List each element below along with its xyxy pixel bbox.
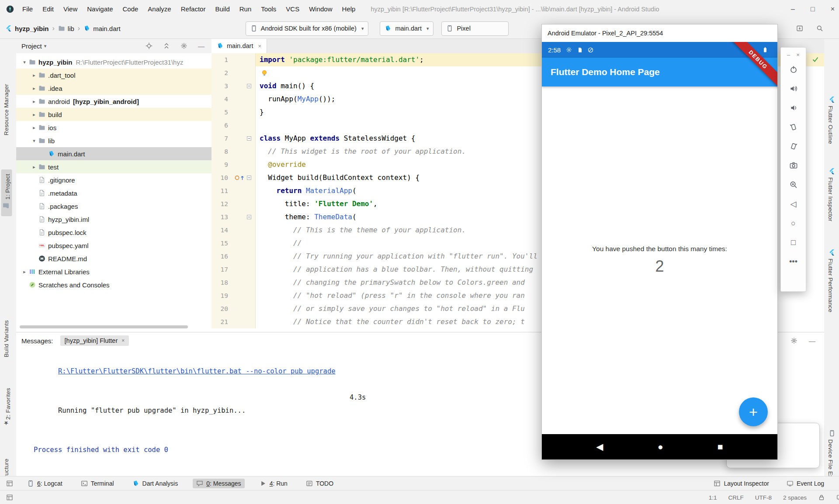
gutter[interactable]: 16 <box>211 250 256 263</box>
tree-item-scratches-and-consoles[interactable]: Scratches and Consoles <box>16 278 211 291</box>
gutter[interactable]: 8 <box>211 145 256 158</box>
command-link[interactable]: R:\Flutter\FlutterSDK\flutter\bin\flutte… <box>58 367 336 375</box>
pixel-device-button[interactable]: Pixel <box>441 21 509 36</box>
close-button[interactable]: × <box>831 5 835 13</box>
project-view-selector[interactable]: Project <box>21 42 42 50</box>
device-selector[interactable]: Android SDK built for x86 (mobile) ▾ <box>246 21 369 36</box>
screen-icon[interactable] <box>836 494 839 501</box>
gutter[interactable]: 6 <box>211 119 256 132</box>
gutter[interactable]: 18 <box>211 276 256 289</box>
hide-panel-icon[interactable]: — <box>198 42 205 50</box>
menu-refactor[interactable]: Refactor <box>176 0 211 18</box>
tree-item-packages[interactable]: .packages <box>16 200 211 213</box>
tree-item-pubspec-yaml[interactable]: YMLpubspec.yaml <box>16 239 211 252</box>
gutter[interactable]: 13 <box>211 211 256 224</box>
emu-camera-button[interactable] <box>781 156 806 175</box>
menu-build[interactable]: Build <box>210 0 234 18</box>
tree-item-android[interactable]: ▸android[hyzp_yibin_android] <box>16 95 211 108</box>
tree-item-test[interactable]: ▸test <box>16 160 211 173</box>
gutter[interactable]: 1 <box>211 53 256 66</box>
gutter[interactable]: 11 <box>211 184 256 197</box>
fab-button[interactable]: + <box>739 397 768 426</box>
menu-edit[interactable]: Edit <box>38 0 59 18</box>
emulator-close-button[interactable]: × <box>796 52 800 58</box>
chevron-right-icon[interactable]: ▸ <box>30 86 38 91</box>
tree-item-hyzp-yibin[interactable]: ▾hyzp_yibinR:\FlutterProject\FlutterProj… <box>16 55 211 69</box>
emu-power-button[interactable] <box>781 60 806 79</box>
gutter[interactable]: 10 <box>211 171 256 184</box>
breadcrumb-hyzp-yibin[interactable]: hyzp_yibin <box>5 25 49 32</box>
gutter[interactable]: 4 <box>211 93 256 106</box>
chevron-right-icon[interactable]: ▸ <box>30 164 38 170</box>
maximize-button[interactable]: □ <box>811 5 815 13</box>
caret-position[interactable]: 1:1 <box>709 494 717 501</box>
toolwindow-event-log[interactable]: Event Log <box>785 479 826 488</box>
nav-home-button[interactable]: ● <box>658 442 663 452</box>
stripe-1-project[interactable]: 1: Project <box>1 169 12 216</box>
tree-item-dart-tool[interactable]: ▸.dart_tool <box>16 69 211 82</box>
gutter[interactable]: 19 <box>211 289 256 302</box>
console-tab[interactable]: [hyzp_yibin] Flutter × <box>60 335 129 346</box>
gutter[interactable]: 15 <box>211 237 256 250</box>
chevron-right-icon[interactable]: ▸ <box>30 125 38 131</box>
horizontal-scrollbar[interactable] <box>20 325 188 328</box>
fold-icon[interactable] <box>247 176 251 180</box>
editor-tab-main-dart[interactable]: main.dart × <box>211 38 267 54</box>
chevron-down-icon[interactable]: ▾ <box>21 59 28 65</box>
toolwindow-logcat[interactable]: 6: Logcat <box>24 479 66 488</box>
menu-analyze[interactable]: Analyze <box>143 0 176 18</box>
emu-volume-up-button[interactable] <box>781 79 806 98</box>
gutter[interactable]: 14 <box>211 224 256 237</box>
menu-window[interactable]: Window <box>304 0 337 18</box>
emu-zoom-button[interactable] <box>781 175 806 194</box>
indent-setting[interactable]: 2 spaces <box>783 494 807 501</box>
stripe-flutter-performance[interactable]: Flutter Performance <box>827 246 836 312</box>
emu-overview-button[interactable]: □ <box>781 233 806 252</box>
breadcrumb-lib[interactable]: lib <box>58 25 74 32</box>
menu-navigate[interactable]: Navigate <box>82 0 118 18</box>
chevron-down-icon[interactable]: ▾ <box>30 138 38 144</box>
toolwindow-run[interactable]: 4: Run <box>256 479 291 488</box>
stripe-resource-manager[interactable]: Resource Manager <box>3 84 10 135</box>
tree-item-hyzp-yibin-iml[interactable]: hyzp_yibin.iml <box>16 213 211 226</box>
tree-item-external-libraries[interactable]: ▸External Libraries <box>16 265 211 278</box>
gutter[interactable]: 2 <box>211 66 256 79</box>
toolwindow-grid-icon[interactable] <box>6 494 13 501</box>
collapse-all-icon[interactable] <box>163 42 170 49</box>
fold-icon[interactable] <box>247 136 251 141</box>
stripe-build-variants[interactable]: Build Variants <box>3 320 10 357</box>
toolwindow-dart-analysis[interactable]: Dart Analysis <box>129 479 182 488</box>
menu-run[interactable]: Run <box>235 0 257 18</box>
toolwindow-layout-inspector[interactable]: Layout Inspector <box>712 479 771 488</box>
stripe-flutter-inspector[interactable]: Flutter Inspector <box>827 165 836 221</box>
toolwindow-terminal[interactable]: Terminal <box>77 479 118 488</box>
hide-panel-icon[interactable]: — <box>809 337 815 345</box>
menu-vcs[interactable]: VCS <box>281 0 304 18</box>
menu-file[interactable]: File <box>17 0 38 18</box>
emu-more-button[interactable]: ••• <box>781 252 806 271</box>
menu-help[interactable]: Help <box>337 0 361 18</box>
emu-rotate-left-button[interactable] <box>781 117 806 137</box>
chevron-right-icon[interactable]: ▸ <box>30 112 38 117</box>
fold-icon[interactable] <box>247 84 251 88</box>
close-tab-icon[interactable]: × <box>258 43 261 49</box>
file-encoding[interactable]: UTF-8 <box>755 494 772 501</box>
tree-item-ios[interactable]: ▸ios <box>16 121 211 134</box>
locate-file-icon[interactable] <box>146 42 153 49</box>
tree-item-pubspec-lock[interactable]: pubspec.lock <box>16 226 211 239</box>
emu-volume-down-button[interactable] <box>781 98 806 117</box>
emulator-title-bar[interactable]: Android Emulator - Pixel_2_API_29:5554 <box>542 24 777 42</box>
gutter[interactable]: 5 <box>211 106 256 119</box>
chevron-right-icon[interactable]: ▸ <box>30 99 38 104</box>
menu-view[interactable]: View <box>59 0 82 18</box>
tree-item-idea[interactable]: ▸.idea <box>16 82 211 95</box>
tree-item-readme-md[interactable]: README.md <box>16 252 211 265</box>
search-icon[interactable] <box>816 25 823 32</box>
menu-code[interactable]: Code <box>118 0 143 18</box>
toolwindow-switcher-icon[interactable] <box>6 480 13 487</box>
toolwindow-messages[interactable]: 0: Messages <box>193 479 244 488</box>
close-tab-icon[interactable]: × <box>121 338 125 344</box>
gutter[interactable]: 7 <box>211 132 256 145</box>
emu-back-button[interactable]: ◁ <box>781 194 806 214</box>
stripe-flutter-outline[interactable]: Flutter Outline <box>827 93 836 144</box>
